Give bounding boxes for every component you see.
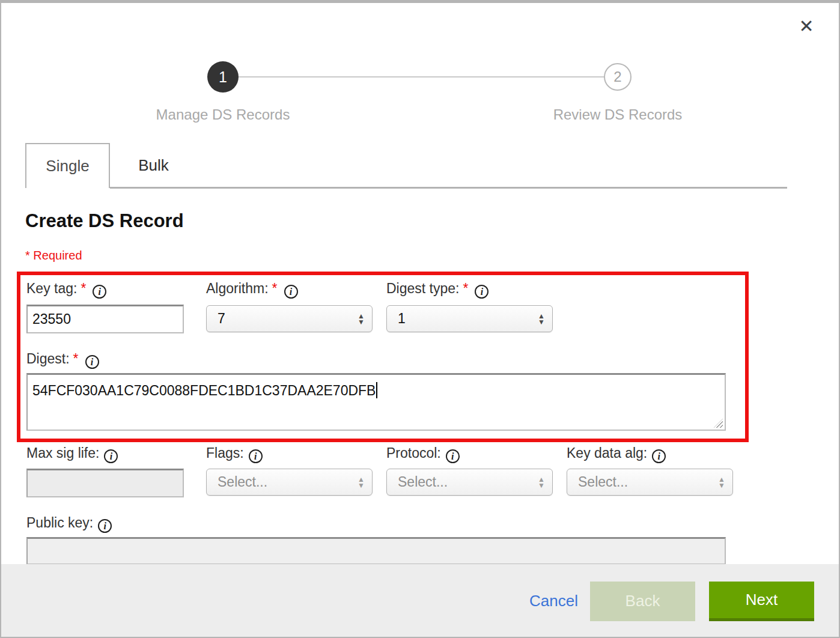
public-key-textarea[interactable] [26,537,726,565]
info-icon[interactable]: i [284,285,298,299]
tab-bulk[interactable]: Bulk [110,143,197,188]
info-icon[interactable]: i [652,449,666,463]
key-data-alg-select-value: Select... [578,474,718,490]
key-tag-input[interactable] [26,305,184,333]
algorithm-label-text: Algorithm: [206,281,269,296]
protocol-select[interactable]: Select... ▲▼ [386,469,553,496]
page-title: Create DS Record [25,210,184,232]
flags-label-text: Flags: [206,445,244,461]
max-sig-life-label: Max sig life:i [26,445,118,463]
create-ds-record-modal: ✕ 1 2 Manage DS Records Review DS Record… [0,0,840,638]
protocol-label-text: Protocol: [386,445,441,461]
stepper-connector-line [239,76,605,77]
info-icon[interactable]: i [85,355,99,369]
stepper-step-1-number: 1 [219,68,227,86]
algorithm-select-value: 7 [218,311,358,327]
digest-value: 54FCF030AA1C79C0088FDEC1BD1C37DAA2E70DFB [32,383,376,398]
required-asterisk: * [272,281,278,296]
stepper-step-2-number: 2 [613,68,621,85]
digest-type-label: Digest type:*i [386,281,488,299]
digest-textarea[interactable]: 54FCF030AA1C79C0088FDEC1BD1C37DAA2E70DFB [26,373,726,431]
select-arrows-icon: ▲▼ [358,476,365,488]
tab-single[interactable]: Single [25,143,110,188]
stepper-step-1-label: Manage DS Records [103,106,343,123]
flags-select[interactable]: Select... ▲▼ [206,469,373,496]
digest-label: Digest:*i [26,351,99,369]
max-sig-life-input[interactable] [26,469,184,497]
algorithm-select[interactable]: 7 ▲▼ [206,305,373,332]
select-arrows-icon: ▲▼ [718,476,725,488]
key-data-alg-label-text: Key data alg: [567,445,647,461]
protocol-select-value: Select... [398,474,538,490]
next-button[interactable]: Next [709,582,814,621]
stepper-step-2-circle: 2 [604,63,632,91]
stepper-step-2-label: Review DS Records [498,106,738,123]
select-arrows-icon: ▲▼ [538,476,545,488]
info-icon[interactable]: i [446,449,460,463]
digest-label-text: Digest: [26,351,70,366]
info-icon[interactable]: i [475,285,488,299]
close-icon[interactable]: ✕ [794,14,818,38]
key-tag-label: Key tag:*i [26,281,106,299]
back-button[interactable]: Back [590,582,695,621]
select-arrows-icon: ▲▼ [538,313,545,325]
info-icon[interactable]: i [249,449,263,463]
digest-type-select[interactable]: 1 ▲▼ [386,305,553,332]
algorithm-label: Algorithm:*i [206,281,298,299]
text-cursor [376,382,377,398]
flags-select-value: Select... [218,474,358,490]
info-icon[interactable]: i [93,285,106,299]
tab-divider-line [110,187,787,189]
protocol-label: Protocol:i [386,445,460,463]
required-asterisk: * [463,281,468,296]
cancel-button[interactable]: Cancel [529,592,578,610]
public-key-label: Public key:i [26,515,112,533]
info-icon[interactable]: i [104,449,118,463]
key-data-alg-label: Key data alg:i [567,445,666,463]
key-tag-label-text: Key tag: [26,281,77,296]
required-asterisk: * [81,281,86,296]
required-asterisk: * [73,351,79,366]
resize-handle[interactable] [714,419,723,428]
key-data-alg-select[interactable]: Select... ▲▼ [567,469,733,496]
max-sig-life-label-text: Max sig life: [26,445,99,461]
stepper-step-1-circle: 1 [207,61,239,93]
public-key-label-text: Public key: [26,515,93,530]
digest-type-select-value: 1 [398,311,538,327]
modal-footer: Cancel Back Next [0,564,840,638]
info-icon[interactable]: i [98,519,112,533]
flags-label: Flags:i [206,445,263,463]
digest-type-label-text: Digest type: [386,281,459,296]
required-note: * Required [25,249,82,263]
select-arrows-icon: ▲▼ [358,313,365,325]
